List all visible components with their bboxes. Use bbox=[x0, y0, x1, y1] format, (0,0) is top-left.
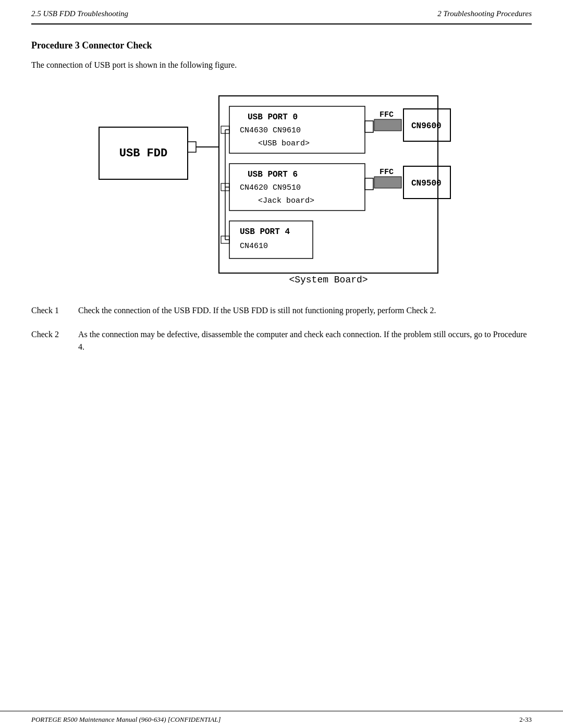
header-right: 2 Troubleshooting Procedures bbox=[437, 9, 532, 18]
check-text-2: As the connection may be defective, disa… bbox=[78, 328, 532, 353]
connector-diagram: USB FDD <System Board> USB PORT 0 CN4630… bbox=[94, 85, 469, 289]
footer-left: PORTEGE R500 Maintenance Manual (960-634… bbox=[31, 715, 221, 724]
svg-rect-24 bbox=[229, 221, 313, 258]
svg-rect-19 bbox=[365, 178, 373, 190]
footer-right: 2-33 bbox=[519, 715, 532, 724]
page-footer: PORTEGE R500 Maintenance Manual (960-634… bbox=[0, 711, 563, 728]
checks-container: Check 1 Check the connection of the USB … bbox=[31, 304, 532, 353]
svg-text:CN4630    CN9610: CN4630 CN9610 bbox=[240, 126, 301, 135]
page-container: 2.5 USB FDD Troubleshooting 2 Troublesho… bbox=[0, 0, 563, 728]
procedure-title: Procedure 3 Connector Check bbox=[31, 40, 532, 51]
svg-text:FFC: FFC bbox=[380, 168, 394, 177]
svg-text:CN9500: CN9500 bbox=[411, 179, 442, 188]
page-header: 2.5 USB FDD Troubleshooting 2 Troublesho… bbox=[31, 0, 532, 24]
check-label-1: Check 1 bbox=[31, 304, 78, 317]
svg-rect-12 bbox=[374, 119, 401, 131]
svg-text:USB PORT 4: USB PORT 4 bbox=[240, 227, 290, 237]
header-left: 2.5 USB FDD Troubleshooting bbox=[31, 9, 128, 18]
svg-rect-10 bbox=[365, 121, 373, 132]
svg-text:CN9600: CN9600 bbox=[411, 121, 442, 131]
svg-text:<USB board>: <USB board> bbox=[258, 139, 310, 148]
svg-text:CN4610: CN4610 bbox=[240, 242, 268, 251]
svg-text:<Jack board>: <Jack board> bbox=[258, 196, 314, 205]
check-label-2: Check 2 bbox=[31, 328, 78, 353]
connector-diagram-container: USB FDD <System Board> USB PORT 0 CN4630… bbox=[94, 85, 469, 289]
svg-rect-2 bbox=[188, 142, 196, 152]
check-item-1: Check 1 Check the connection of the USB … bbox=[31, 304, 532, 317]
svg-text:USB PORT 0: USB PORT 0 bbox=[248, 113, 298, 122]
check-text-1: Check the connection of the USB FDD. If … bbox=[78, 304, 532, 317]
svg-text:<System Board>: <System Board> bbox=[289, 275, 368, 285]
svg-text:USB PORT 6: USB PORT 6 bbox=[248, 170, 298, 179]
svg-text:USB FDD: USB FDD bbox=[119, 147, 167, 160]
svg-text:FFC: FFC bbox=[380, 110, 394, 119]
check-item-2: Check 2 As the connection may be defecti… bbox=[31, 328, 532, 353]
svg-rect-21 bbox=[374, 177, 401, 188]
intro-text: The connection of USB port is shown in t… bbox=[31, 60, 532, 70]
svg-text:CN4620    CN9510: CN4620 CN9510 bbox=[240, 183, 301, 192]
